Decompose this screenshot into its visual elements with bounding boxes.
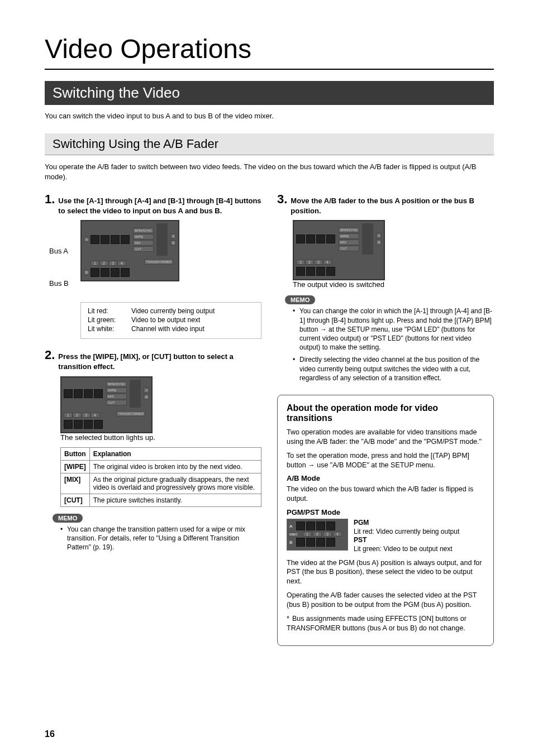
title-rule	[45, 69, 494, 70]
panel-bpm-label: BPM/SYNC	[339, 227, 359, 233]
panel-button	[306, 521, 315, 530]
panel-button	[326, 267, 335, 276]
pgm-desc: Lit red: Video currently being output	[354, 528, 459, 537]
memo-item: You can change the color in which the [A…	[293, 307, 494, 352]
memo-list-right: You can change the color in which the [A…	[293, 307, 494, 382]
footnote-text: Bus assignments made using EFFECTS [ON] …	[287, 615, 467, 632]
step-1-number: 1.	[45, 192, 55, 207]
panel-b-marker: B	[84, 270, 89, 275]
panel-button	[94, 420, 103, 429]
td-button: [WIPE]	[61, 460, 90, 473]
panel-mix-label: MIX	[339, 240, 359, 245]
panel-button	[296, 267, 305, 276]
panel-cut-label: CUT	[106, 400, 127, 405]
panel-num: 4	[323, 260, 332, 265]
memo-item: You can change the transition pattern us…	[60, 525, 261, 552]
panel-button	[296, 521, 305, 530]
panel-wipe-label: WIPE	[339, 233, 359, 239]
panel-button	[64, 389, 73, 398]
td-expl: The picture switches instantly.	[89, 494, 261, 506]
panel-button	[326, 235, 335, 243]
panel-button	[296, 538, 305, 547]
panel-cut-label: CUT	[339, 246, 359, 251]
panel-num: 2	[305, 260, 314, 265]
subsection-heading: Switching Using the A/B Fader	[45, 133, 494, 155]
bus-b-label: Bus B	[49, 279, 76, 288]
td-expl: The original video is broken into by the…	[89, 460, 261, 473]
panel-wipe-label: WIPE	[133, 234, 154, 240]
step-2-caption: The selected button lights up.	[60, 433, 261, 442]
panel-button	[316, 267, 325, 276]
lit-white-val: Channel with video input	[131, 325, 204, 333]
pgmpst-diagram-row: A IDEO 1234 B PGM Lit red: Video current…	[287, 519, 484, 553]
step-2-text: Press the [WIPE], [MIX], or [CUT] button…	[58, 352, 261, 371]
panel-diagram-step2: BPM/SYNC WIPE MIX CUT A B 123	[60, 376, 153, 433]
panel-button	[316, 538, 325, 547]
ab-mode-text: The video on the bus toward which the A/…	[287, 485, 484, 504]
panel-num: 4	[333, 532, 342, 537]
lit-green-key: Lit green:	[88, 316, 126, 324]
panel-num: 4	[91, 413, 99, 418]
panel-button	[101, 235, 110, 244]
panel-num: 1	[91, 261, 99, 266]
info-p2: To set the operation mode, press and hol…	[287, 451, 484, 470]
step-3-text: Move the A/B fader to the bus A position…	[291, 196, 494, 216]
memo-list-left: You can change the transition pattern us…	[60, 525, 261, 552]
panel-button	[111, 235, 120, 244]
panel-button	[101, 268, 110, 277]
asterisk-icon: *	[287, 614, 292, 624]
panel-bpm-label: BPM/SYNC	[106, 381, 127, 387]
step-3-caption: The output video is switched	[293, 280, 494, 289]
panel-button	[84, 389, 93, 398]
lit-red-val: Video currently being output	[131, 307, 215, 315]
thumb-a-label: A	[289, 524, 295, 529]
panel-transformer-label: TRANSFORMER	[144, 259, 173, 265]
panel-b-right: B	[170, 240, 176, 246]
panel-button	[306, 538, 315, 547]
page-title: Video Operations	[45, 34, 494, 64]
panel-button	[316, 235, 325, 243]
panel-button	[326, 538, 335, 547]
lit-red-key: Lit red:	[88, 307, 126, 315]
pgmpst-p2: Operating the A/B fader causes the selec…	[287, 591, 484, 610]
panel-b-right: B	[376, 240, 382, 245]
panel-num: 3	[323, 532, 332, 537]
panel-button	[91, 235, 99, 244]
pgm-label: PGM	[354, 519, 369, 527]
panel-wipe-label: WIPE	[106, 387, 127, 393]
pgmpst-heading: PGM/PST Mode	[287, 508, 484, 516]
panel-a-right: A	[144, 387, 149, 393]
transition-table: Button Explanation [WIPE] The original v…	[60, 447, 261, 507]
memo-item: Directly selecting the video channel at …	[293, 355, 494, 382]
panel-b-right: B	[144, 394, 149, 400]
panel-button	[121, 235, 130, 244]
table-row: [WIPE] The original video is broken into…	[61, 460, 261, 473]
thumb-ideo-label: IDEO	[289, 533, 295, 536]
panel-fader	[156, 223, 168, 256]
led-legend-box: Lit red:Video currently being output Lit…	[80, 302, 261, 339]
lit-white-key: Lit white:	[88, 325, 126, 333]
section-heading: Switching the Video	[45, 81, 494, 105]
pgmpst-text-block: PGM Lit red: Video currently being outpu…	[354, 519, 459, 553]
panel-button	[84, 420, 93, 429]
panel-num: 2	[99, 261, 108, 266]
step-3-number: 3.	[277, 192, 287, 207]
step-2-number: 2.	[45, 348, 55, 362]
panel-diagram-step1: A BPM/SYNC WIPE MIX CUT A B	[80, 220, 179, 281]
right-column: 3. Move the A/B fader to the bus A posit…	[277, 192, 494, 645]
table-row: [MIX] As the original picture gradually …	[61, 473, 261, 494]
panel-button	[316, 521, 325, 530]
panel-bpm-label: BPM/SYNC	[133, 228, 154, 233]
td-button: [MIX]	[61, 473, 90, 494]
info-box: About the operation mode for video trans…	[277, 395, 494, 646]
memo-label-left: MEMO	[53, 514, 83, 523]
panel-button	[121, 268, 130, 277]
step-2: 2. Press the [WIPE], [MIX], or [CUT] but…	[45, 348, 261, 552]
panel-diagram-step3: BPM/SYNC WIPE MIX CUT A B 123	[293, 220, 385, 280]
section-intro-text: You can switch the video input to bus A …	[45, 112, 494, 120]
panel-transformer-label: TRANSFORMER	[116, 411, 145, 417]
info-box-title: About the operation mode for video trans…	[287, 403, 484, 423]
panel-mix-label: MIX	[133, 240, 154, 246]
table-row: [CUT] The picture switches instantly.	[61, 494, 261, 506]
panel-button	[74, 420, 83, 429]
